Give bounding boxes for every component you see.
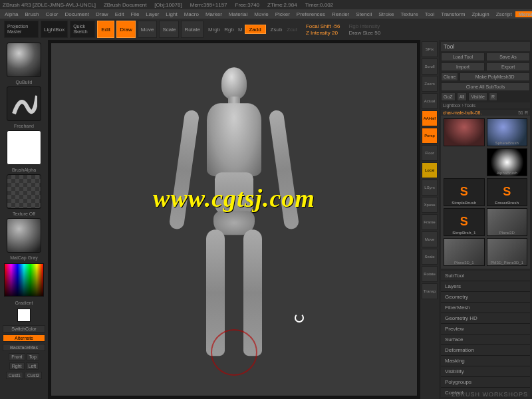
zadd-button[interactable]: Zadd: [245, 25, 266, 34]
menu-texture[interactable]: Texture: [397, 11, 421, 17]
switch-color-button[interactable]: SwitchColor: [3, 325, 45, 332]
model-figure[interactable]: [174, 67, 294, 360]
frame-button[interactable]: Frame: [422, 214, 438, 230]
draw-button[interactable]: Draw: [116, 21, 136, 38]
edit-button[interactable]: Edit: [97, 21, 114, 38]
persp-button[interactable]: Persp: [422, 128, 438, 144]
menu-draw[interactable]: Draw: [92, 11, 112, 17]
goz-visible-button[interactable]: Visible: [468, 92, 487, 101]
menu-color[interactable]: Color: [42, 11, 61, 17]
acc-preview[interactable]: Preview: [441, 324, 530, 334]
backface-mask-button[interactable]: BackfaceMas: [3, 344, 45, 351]
texture-slot[interactable]: [7, 174, 41, 209]
top-view-button[interactable]: Top: [27, 353, 39, 360]
load-tool-button[interactable]: Load Tool: [441, 53, 485, 61]
acc-subtool[interactable]: SubTool: [441, 271, 530, 281]
quick-sketch-button[interactable]: Quick Sketch: [70, 21, 95, 38]
acc-geometry[interactable]: Geometry: [441, 292, 530, 303]
gradient-label[interactable]: Gradient: [3, 301, 45, 305]
right-view-button[interactable]: Rght: [9, 362, 25, 370]
zcut-button[interactable]: Zcut: [287, 27, 297, 33]
menu-transform[interactable]: Transform: [438, 11, 468, 17]
floor-button[interactable]: Floor: [422, 145, 438, 161]
xpose-button[interactable]: Xpose: [422, 197, 438, 213]
material-slot[interactable]: [7, 218, 41, 253]
lsym-button[interactable]: LSym: [422, 180, 438, 196]
goz-button[interactable]: GoZ: [441, 92, 456, 101]
menus-badge[interactable]: Menus: [515, 11, 532, 17]
goz-all-button[interactable]: All: [457, 92, 467, 101]
menu-render[interactable]: Render: [329, 11, 352, 17]
menu-preferences[interactable]: Preferences: [293, 11, 329, 17]
aahalf-button[interactable]: AAHalf: [422, 110, 438, 126]
scale-nav-button[interactable]: Scale: [422, 249, 438, 265]
menu-material[interactable]: Material: [225, 11, 251, 17]
menu-picker[interactable]: Picker: [272, 11, 293, 17]
menu-marker[interactable]: Marker: [202, 11, 225, 17]
brush-slot[interactable]: [7, 43, 41, 77]
local-button[interactable]: Local: [422, 162, 438, 178]
scale-button[interactable]: Scale: [159, 21, 179, 38]
cust1-button[interactable]: Cust1: [6, 372, 23, 379]
menu-brush[interactable]: Brush: [21, 11, 42, 17]
thumb-eraserbrush[interactable]: SEraserBrush: [487, 178, 528, 206]
rgb-button[interactable]: Rgb: [224, 27, 234, 33]
rotate-nav-button[interactable]: Rotate: [422, 266, 438, 282]
menu-zscript[interactable]: Zscript: [493, 11, 515, 17]
thumb-simplebrush[interactable]: SSimpleBrush: [444, 178, 485, 206]
move-nav-button[interactable]: Move: [422, 231, 438, 247]
menu-file[interactable]: File: [127, 11, 142, 17]
thumb-pm3d[interactable]: PM3D_Plane3D_1: [487, 238, 528, 266]
acc-fibermesh[interactable]: FiberMesh: [441, 303, 530, 313]
z-intensity-slider[interactable]: Z Intensity 20: [306, 30, 340, 36]
menu-light[interactable]: Light: [162, 11, 180, 17]
stroke-slot[interactable]: [7, 86, 41, 121]
thumb-char[interactable]: [444, 118, 485, 146]
goz-r-button[interactable]: R: [489, 92, 497, 101]
menu-tool[interactable]: Tool: [422, 11, 438, 17]
alternate-button[interactable]: Alternate: [3, 334, 45, 342]
thumb-plane3d[interactable]: Plane3D: [487, 208, 528, 236]
menu-movie[interactable]: Movie: [251, 11, 271, 17]
acc-layers[interactable]: Layers: [441, 281, 530, 292]
menu-stencil[interactable]: Stencil: [352, 11, 375, 17]
acc-visibility[interactable]: Visibility: [441, 366, 530, 377]
rgb-intensity-slider[interactable]: Rgb Intensity: [349, 23, 381, 29]
color-picker[interactable]: [4, 263, 44, 297]
tool-panel-header[interactable]: Tool: [441, 42, 530, 51]
thumb-alphabrush[interactable]: AlphaBrush: [487, 148, 528, 176]
rotate-button[interactable]: Rotate: [181, 21, 203, 38]
make-polymesh-button[interactable]: Make PolyMesh3D: [460, 72, 530, 81]
acc-polygroups[interactable]: Polygroups: [441, 377, 530, 388]
front-view-button[interactable]: Front: [9, 353, 25, 360]
export-button[interactable]: Export: [486, 63, 530, 71]
menu-stroke[interactable]: Stroke: [375, 11, 397, 17]
menu-alpha[interactable]: Alpha: [1, 11, 21, 17]
focal-shift-slider[interactable]: Focal Shift -56: [306, 23, 340, 29]
menu-layer[interactable]: Layer: [142, 11, 162, 17]
import-button[interactable]: Import: [441, 63, 485, 71]
save-as-button[interactable]: Save As: [486, 53, 530, 61]
menu-macro[interactable]: Macro: [181, 11, 202, 17]
menu-document[interactable]: Document: [62, 11, 92, 17]
draw-size-slider[interactable]: Draw Size 50: [349, 30, 381, 36]
menu-zplugin[interactable]: Zplugin: [468, 11, 492, 17]
move-button[interactable]: Move: [138, 21, 158, 38]
viewport[interactable]: www.cgtsj.com: [51, 43, 418, 396]
mrgb-button[interactable]: Mrgb: [208, 27, 220, 33]
left-view-button[interactable]: Left: [26, 362, 39, 370]
scroll-button[interactable]: Scroll: [422, 59, 438, 74]
alpha-slot[interactable]: [7, 130, 41, 165]
zoom-button[interactable]: Zoom: [422, 76, 438, 92]
thumb-simpbrsh1[interactable]: SSimpBrsh_1: [444, 208, 485, 236]
acc-deformation[interactable]: Deformation: [441, 345, 530, 356]
zsub-button[interactable]: Zsub: [271, 27, 283, 33]
cust2-button[interactable]: Cust2: [25, 372, 42, 379]
acc-surface[interactable]: Surface: [441, 334, 530, 345]
actual-button[interactable]: Actual: [422, 93, 438, 109]
clone-all-subtools-button[interactable]: Clone All SubTools: [441, 82, 530, 91]
projection-master-button[interactable]: Projection Master: [4, 21, 39, 38]
acc-geometryhd[interactable]: Geometry HD: [441, 313, 530, 324]
thumb-spherebrush[interactable]: SphereBrush: [487, 118, 528, 146]
transp-button[interactable]: Transp: [422, 283, 438, 299]
